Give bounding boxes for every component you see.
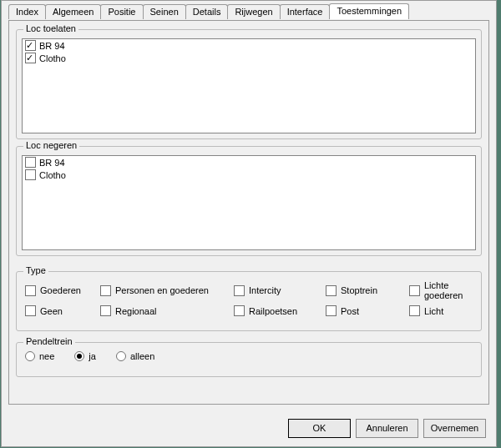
group-loc-toelaten: Loc toelaten BR 94Clotho xyxy=(16,29,482,139)
radio-ja[interactable]: ja xyxy=(74,351,96,361)
checkbox[interactable] xyxy=(326,285,337,296)
checkbox-label: Stoptrein xyxy=(341,285,377,295)
type-checkbox-railpoetsen[interactable]: Railpoetsen xyxy=(234,305,326,316)
type-grid: GoederenPersonen en goederenIntercitySto… xyxy=(25,280,473,316)
dialog-window: IndexAlgemeenPositieSeinenDetailsRijwege… xyxy=(1,0,497,447)
radio-row: neejaalleen xyxy=(25,351,154,361)
checkbox[interactable] xyxy=(25,40,36,51)
tab-bar: IndexAlgemeenPositieSeinenDetailsRijwege… xyxy=(8,4,408,19)
group-title: Pendeltrein xyxy=(23,336,75,346)
radio-button[interactable] xyxy=(74,351,84,361)
checkbox[interactable] xyxy=(25,169,36,180)
list-item-label: Clotho xyxy=(39,170,66,180)
list-item[interactable]: Clotho xyxy=(23,52,475,64)
radio-alleen[interactable]: alleen xyxy=(116,351,154,361)
checkbox[interactable] xyxy=(25,157,36,168)
group-title: Loc toelaten xyxy=(23,23,78,33)
checkbox-label: Intercity xyxy=(249,285,281,295)
group-pendeltrein: Pendeltrein neejaalleen xyxy=(16,342,482,377)
checkbox[interactable] xyxy=(25,53,36,63)
checkbox-label: Personen en goederen xyxy=(115,285,209,295)
type-checkbox-stoptrein[interactable]: Stoptrein xyxy=(326,285,409,296)
tab-algemeen[interactable]: Algemeen xyxy=(45,4,102,19)
group-title: Loc negeren xyxy=(23,140,79,150)
checkbox-label: Railpoetsen xyxy=(249,306,297,316)
checkbox[interactable] xyxy=(234,305,245,316)
group-loc-negeren: Loc negeren BR 94Clotho xyxy=(16,146,482,256)
ok-button[interactable]: OK xyxy=(288,419,351,438)
checkbox-label: Lichte goederen xyxy=(424,280,473,300)
tab-page-toestemmingen: Loc toelaten BR 94Clotho Loc negeren BR … xyxy=(8,20,489,405)
list-item[interactable]: BR 94 xyxy=(23,39,475,52)
list-item[interactable]: Clotho xyxy=(23,169,475,181)
type-checkbox-goederen[interactable]: Goederen xyxy=(25,285,100,296)
type-checkbox-licht[interactable]: Licht xyxy=(409,305,473,316)
tab-index[interactable]: Index xyxy=(8,4,46,19)
cancel-button[interactable]: Annuleren xyxy=(356,419,418,438)
checkbox[interactable] xyxy=(326,305,337,316)
button-bar: OK Annuleren Overnemen xyxy=(288,419,486,438)
tab-interface[interactable]: Interface xyxy=(280,4,331,19)
type-checkbox-intercity[interactable]: Intercity xyxy=(234,285,326,296)
checkbox-label: Geen xyxy=(40,306,63,316)
radio-button[interactable] xyxy=(116,351,126,361)
tab-details[interactable]: Details xyxy=(185,4,229,19)
radio-label: alleen xyxy=(130,351,154,361)
type-checkbox-lichte-goederen[interactable]: Lichte goederen xyxy=(409,280,473,300)
type-checkbox-post[interactable]: Post xyxy=(326,305,409,316)
group-title: Type xyxy=(23,265,48,275)
checkbox[interactable] xyxy=(234,285,245,296)
type-checkbox-regionaal[interactable]: Regionaal xyxy=(100,305,234,316)
checkbox[interactable] xyxy=(100,285,111,296)
checkbox-label: Goederen xyxy=(40,285,81,295)
listbox-loc-negeren[interactable]: BR 94Clotho xyxy=(22,155,476,250)
radio-label: ja xyxy=(89,351,96,361)
radio-label: nee xyxy=(39,351,54,361)
tab-positie[interactable]: Positie xyxy=(100,4,143,19)
radio-button[interactable] xyxy=(25,351,35,361)
list-item-label: Clotho xyxy=(39,53,66,63)
list-item-label: BR 94 xyxy=(39,158,65,168)
type-checkbox-geen[interactable]: Geen xyxy=(25,305,100,316)
group-type: Type GoederenPersonen en goederenInterci… xyxy=(16,271,482,331)
list-item[interactable]: BR 94 xyxy=(23,156,475,169)
radio-nee[interactable]: nee xyxy=(25,351,54,361)
checkbox[interactable] xyxy=(25,285,36,296)
checkbox[interactable] xyxy=(100,305,111,316)
tab-toestemmingen[interactable]: Toestemmingen xyxy=(329,3,409,19)
checkbox-label: Regionaal xyxy=(115,306,157,316)
tab-seinen[interactable]: Seinen xyxy=(143,4,186,19)
tab-rijwegen[interactable]: Rijwegen xyxy=(227,4,280,19)
checkbox[interactable] xyxy=(25,305,36,316)
apply-button[interactable]: Overnemen xyxy=(423,419,486,438)
checkbox-label: Licht xyxy=(424,306,443,316)
list-item-label: BR 94 xyxy=(39,41,65,51)
type-checkbox-personen-en-goederen[interactable]: Personen en goederen xyxy=(100,285,234,296)
checkbox[interactable] xyxy=(409,305,420,316)
listbox-loc-toelaten[interactable]: BR 94Clotho xyxy=(22,38,476,133)
checkbox-label: Post xyxy=(341,306,359,316)
checkbox[interactable] xyxy=(409,285,420,296)
